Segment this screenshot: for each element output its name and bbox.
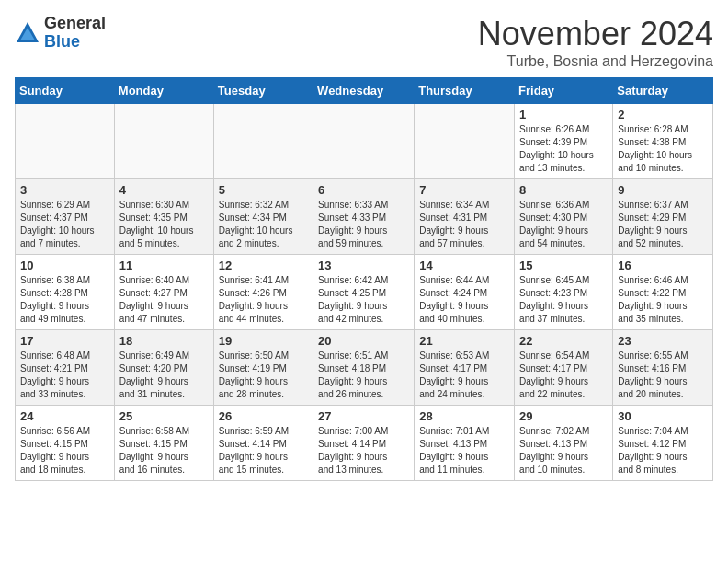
- calendar-day-cell: 29Sunrise: 7:02 AM Sunset: 4:13 PM Dayli…: [515, 406, 613, 481]
- calendar-day-cell: 10Sunrise: 6:38 AM Sunset: 4:28 PM Dayli…: [16, 255, 115, 330]
- logo-general: General: [44, 15, 106, 33]
- day-info: Sunrise: 6:51 AM Sunset: 4:18 PM Dayligh…: [318, 350, 409, 401]
- day-number: 3: [20, 183, 109, 197]
- calendar-day-cell: 8Sunrise: 6:36 AM Sunset: 4:30 PM Daylig…: [515, 179, 613, 255]
- calendar-day-cell: 7Sunrise: 6:34 AM Sunset: 4:31 PM Daylig…: [415, 179, 515, 255]
- day-info: Sunrise: 6:40 AM Sunset: 4:27 PM Dayligh…: [119, 274, 209, 326]
- calendar-day-cell: 1Sunrise: 6:26 AM Sunset: 4:39 PM Daylig…: [515, 104, 613, 179]
- day-info: Sunrise: 6:42 AM Sunset: 4:25 PM Dayligh…: [318, 274, 409, 326]
- logo-text: General Blue: [44, 15, 106, 52]
- calendar-day-cell: 24Sunrise: 6:56 AM Sunset: 4:15 PM Dayli…: [16, 406, 115, 481]
- day-info: Sunrise: 6:44 AM Sunset: 4:24 PM Dayligh…: [419, 274, 509, 326]
- day-number: 15: [519, 259, 608, 272]
- calendar-day-cell: 16Sunrise: 6:46 AM Sunset: 4:22 PM Dayli…: [613, 255, 713, 330]
- day-number: 29: [519, 409, 608, 423]
- calendar-day-cell: [114, 104, 213, 179]
- calendar-week-row: 1Sunrise: 6:26 AM Sunset: 4:39 PM Daylig…: [16, 104, 713, 179]
- calendar-day-cell: [313, 104, 415, 179]
- calendar-week-row: 17Sunrise: 6:48 AM Sunset: 4:21 PM Dayli…: [16, 330, 713, 406]
- day-number: 28: [419, 409, 509, 423]
- calendar-day-cell: 9Sunrise: 6:37 AM Sunset: 4:29 PM Daylig…: [613, 179, 713, 255]
- day-info: Sunrise: 6:55 AM Sunset: 4:16 PM Dayligh…: [618, 350, 708, 401]
- day-info: Sunrise: 6:45 AM Sunset: 4:23 PM Dayligh…: [519, 274, 608, 326]
- calendar-day-cell: [213, 104, 313, 179]
- day-info: Sunrise: 6:46 AM Sunset: 4:22 PM Dayligh…: [618, 274, 708, 326]
- day-number: 20: [318, 334, 409, 348]
- logo-icon: [15, 20, 40, 46]
- day-number: 4: [119, 183, 209, 197]
- weekday-header-monday: Monday: [114, 78, 213, 104]
- calendar-week-row: 10Sunrise: 6:38 AM Sunset: 4:28 PM Dayli…: [16, 255, 713, 330]
- calendar-week-row: 3Sunrise: 6:29 AM Sunset: 4:37 PM Daylig…: [16, 179, 713, 255]
- location-subtitle: Turbe, Bosnia and Herzegovina: [478, 53, 713, 70]
- weekday-header-friday: Friday: [515, 78, 613, 104]
- day-number: 13: [318, 259, 409, 272]
- day-info: Sunrise: 6:50 AM Sunset: 4:19 PM Dayligh…: [219, 350, 308, 401]
- day-number: 14: [419, 259, 509, 272]
- day-number: 11: [119, 259, 209, 272]
- day-info: Sunrise: 6:38 AM Sunset: 4:28 PM Dayligh…: [20, 274, 109, 326]
- day-number: 5: [219, 183, 308, 197]
- calendar-day-cell: 22Sunrise: 6:54 AM Sunset: 4:17 PM Dayli…: [515, 330, 613, 406]
- calendar-day-cell: 3Sunrise: 6:29 AM Sunset: 4:37 PM Daylig…: [16, 179, 115, 255]
- weekday-header-thursday: Thursday: [415, 78, 515, 104]
- calendar-day-cell: 23Sunrise: 6:55 AM Sunset: 4:16 PM Dayli…: [613, 330, 713, 406]
- calendar-day-cell: 30Sunrise: 7:04 AM Sunset: 4:12 PM Dayli…: [613, 406, 713, 481]
- day-number: 25: [119, 409, 209, 423]
- weekday-header-saturday: Saturday: [613, 78, 713, 104]
- calendar-day-cell: 25Sunrise: 6:58 AM Sunset: 4:15 PM Dayli…: [114, 406, 213, 481]
- day-number: 16: [618, 259, 708, 272]
- day-info: Sunrise: 7:01 AM Sunset: 4:13 PM Dayligh…: [419, 425, 509, 477]
- day-number: 23: [618, 334, 708, 348]
- day-info: Sunrise: 7:04 AM Sunset: 4:12 PM Dayligh…: [618, 425, 708, 477]
- day-number: 30: [618, 409, 708, 423]
- day-info: Sunrise: 6:49 AM Sunset: 4:20 PM Dayligh…: [119, 350, 209, 401]
- calendar-day-cell: 5Sunrise: 6:32 AM Sunset: 4:34 PM Daylig…: [213, 179, 313, 255]
- day-number: 10: [20, 259, 109, 272]
- calendar-day-cell: 20Sunrise: 6:51 AM Sunset: 4:18 PM Dayli…: [313, 330, 415, 406]
- calendar-day-cell: 6Sunrise: 6:33 AM Sunset: 4:33 PM Daylig…: [313, 179, 415, 255]
- day-info: Sunrise: 6:41 AM Sunset: 4:26 PM Dayligh…: [219, 274, 308, 326]
- day-info: Sunrise: 6:56 AM Sunset: 4:15 PM Dayligh…: [20, 425, 109, 477]
- day-number: 22: [519, 334, 608, 348]
- day-number: 26: [219, 409, 308, 423]
- day-info: Sunrise: 6:33 AM Sunset: 4:33 PM Dayligh…: [318, 199, 409, 250]
- calendar-day-cell: 4Sunrise: 6:30 AM Sunset: 4:35 PM Daylig…: [114, 179, 213, 255]
- day-number: 9: [618, 183, 708, 197]
- calendar-day-cell: 27Sunrise: 7:00 AM Sunset: 4:14 PM Dayli…: [313, 406, 415, 481]
- title-block: November 2024 Turbe, Bosnia and Herzegov…: [478, 15, 713, 70]
- calendar-day-cell: 14Sunrise: 6:44 AM Sunset: 4:24 PM Dayli…: [415, 255, 515, 330]
- day-info: Sunrise: 6:53 AM Sunset: 4:17 PM Dayligh…: [419, 350, 509, 401]
- day-info: Sunrise: 6:58 AM Sunset: 4:15 PM Dayligh…: [119, 425, 209, 477]
- month-title: November 2024: [478, 15, 713, 53]
- day-number: 6: [318, 183, 409, 197]
- logo-blue: Blue: [44, 33, 106, 52]
- weekday-header-wednesday: Wednesday: [313, 78, 415, 104]
- weekday-header-tuesday: Tuesday: [213, 78, 313, 104]
- day-info: Sunrise: 7:00 AM Sunset: 4:14 PM Dayligh…: [318, 425, 409, 477]
- day-info: Sunrise: 6:36 AM Sunset: 4:30 PM Dayligh…: [519, 199, 608, 250]
- day-number: 27: [318, 409, 409, 423]
- day-info: Sunrise: 6:54 AM Sunset: 4:17 PM Dayligh…: [519, 350, 608, 401]
- day-info: Sunrise: 6:29 AM Sunset: 4:37 PM Dayligh…: [20, 199, 109, 250]
- calendar-day-cell: 26Sunrise: 6:59 AM Sunset: 4:14 PM Dayli…: [213, 406, 313, 481]
- calendar-day-cell: 11Sunrise: 6:40 AM Sunset: 4:27 PM Dayli…: [114, 255, 213, 330]
- calendar-day-cell: 2Sunrise: 6:28 AM Sunset: 4:38 PM Daylig…: [613, 104, 713, 179]
- day-number: 12: [219, 259, 308, 272]
- calendar-day-cell: 21Sunrise: 6:53 AM Sunset: 4:17 PM Dayli…: [415, 330, 515, 406]
- day-number: 1: [519, 108, 608, 121]
- day-info: Sunrise: 6:28 AM Sunset: 4:38 PM Dayligh…: [618, 123, 708, 175]
- weekday-header-row: SundayMondayTuesdayWednesdayThursdayFrid…: [16, 78, 713, 104]
- day-number: 21: [419, 334, 509, 348]
- day-number: 17: [20, 334, 109, 348]
- calendar-day-cell: 12Sunrise: 6:41 AM Sunset: 4:26 PM Dayli…: [213, 255, 313, 330]
- calendar-table: SundayMondayTuesdayWednesdayThursdayFrid…: [15, 77, 713, 481]
- day-info: Sunrise: 6:34 AM Sunset: 4:31 PM Dayligh…: [419, 199, 509, 250]
- day-number: 19: [219, 334, 308, 348]
- calendar-day-cell: 17Sunrise: 6:48 AM Sunset: 4:21 PM Dayli…: [16, 330, 115, 406]
- logo: General Blue: [15, 15, 106, 52]
- weekday-header-sunday: Sunday: [16, 78, 115, 104]
- day-info: Sunrise: 6:26 AM Sunset: 4:39 PM Dayligh…: [519, 123, 608, 175]
- calendar-week-row: 24Sunrise: 6:56 AM Sunset: 4:15 PM Dayli…: [16, 406, 713, 481]
- calendar-day-cell: 13Sunrise: 6:42 AM Sunset: 4:25 PM Dayli…: [313, 255, 415, 330]
